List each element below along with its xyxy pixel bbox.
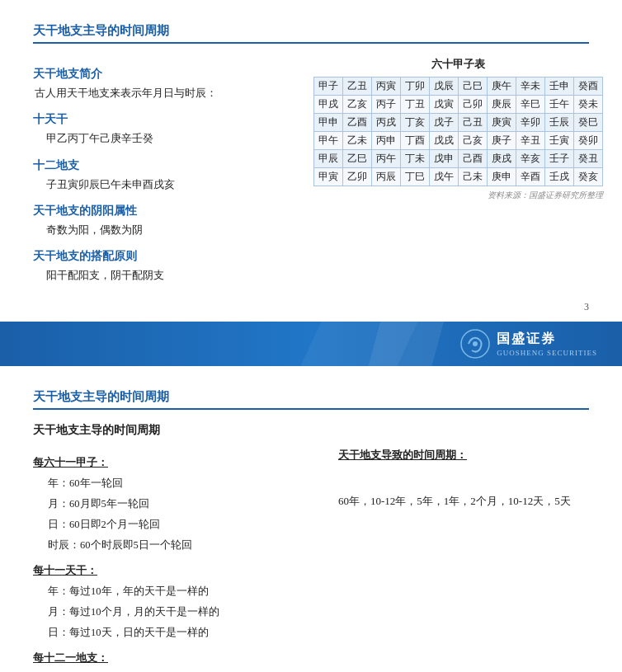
table-cell: 癸未 bbox=[574, 96, 603, 114]
table-cell: 壬子 bbox=[545, 150, 574, 168]
table-cell: 丁酉 bbox=[401, 132, 430, 150]
logo-text-block: 国盛证券 GUOSHENG SECURITIES bbox=[497, 331, 597, 357]
table-cell: 甲午 bbox=[314, 132, 343, 150]
table-cell: 己丑 bbox=[459, 114, 488, 132]
table-row: 甲辰乙巳丙午丁未戊申己酉庚戌辛亥壬子癸丑 bbox=[314, 150, 603, 168]
period-item-title: 每十一天干： bbox=[33, 561, 313, 581]
table-cell: 丁巳 bbox=[401, 168, 430, 186]
table-cell: 庚辰 bbox=[488, 96, 516, 114]
section5-content: 阳干配阳支，阴干配阴支 bbox=[46, 267, 297, 284]
period-item-title: 每十二一地支： bbox=[33, 648, 313, 669]
table-cell: 己亥 bbox=[459, 132, 488, 150]
table-cell: 乙丑 bbox=[343, 78, 372, 96]
period-sub-item: 月：60月即5年一轮回 bbox=[48, 494, 313, 515]
table-cell: 癸丑 bbox=[574, 150, 603, 168]
source-note: 资料来源：国盛证券研究所整理 bbox=[313, 190, 603, 201]
table-cell: 丁未 bbox=[401, 150, 430, 168]
period-sub-item: 年：每过12年，年的地支是一样的 bbox=[48, 669, 313, 672]
table-cell: 戊午 bbox=[430, 168, 459, 186]
table-cell: 己未 bbox=[459, 168, 488, 186]
table-cell: 戊辰 bbox=[430, 78, 459, 96]
page2: 天干地支主导的时间周期 天干地支主导的时间周期 每六十一甲子：年：60年一轮回月… bbox=[0, 366, 622, 672]
svg-point-1 bbox=[473, 341, 478, 346]
table-cell: 戊子 bbox=[430, 114, 459, 132]
table-title: 六十甲子表 bbox=[313, 57, 603, 72]
table-row: 甲子乙丑丙寅丁卯戊辰己巳庚午辛未壬申癸酉 bbox=[314, 78, 603, 96]
table-cell: 丁丑 bbox=[401, 96, 430, 114]
table-cell: 甲申 bbox=[314, 114, 343, 132]
table-cell: 壬辰 bbox=[545, 114, 574, 132]
table-cell: 辛未 bbox=[516, 78, 545, 96]
page1-right-col: 六十甲子表 甲子乙丑丙寅丁卯戊辰己巳庚午辛未壬申癸酉甲戌乙亥丙子丁丑戊寅己卯庚辰… bbox=[313, 57, 603, 284]
table-cell: 戊寅 bbox=[430, 96, 459, 114]
section3-title: 十二地支 bbox=[33, 158, 297, 173]
table-cell: 癸卯 bbox=[574, 132, 603, 150]
page2-right: 天干地支导致的时间周期： 60年，10-12年，5年，1年，2个月，10-12天… bbox=[338, 448, 589, 672]
table-cell: 戊申 bbox=[430, 150, 459, 168]
right-title: 天干地支导致的时间周期： bbox=[338, 448, 589, 463]
table-cell: 辛亥 bbox=[516, 150, 545, 168]
table-cell: 壬申 bbox=[545, 78, 574, 96]
table-cell: 己巳 bbox=[459, 78, 488, 96]
period-sub-item: 日：60日即2个月一轮回 bbox=[48, 515, 313, 535]
table-row: 甲戌乙亥丙子丁丑戊寅己卯庚辰辛巳壬午癸未 bbox=[314, 96, 603, 114]
table-cell: 己卯 bbox=[459, 96, 488, 114]
section3-content: 子丑寅卯辰巳午未申酉戌亥 bbox=[46, 176, 297, 194]
period-sub-item: 月：每过10个月，月的天干是一样的 bbox=[48, 602, 313, 623]
section1-desc: 古人用天干地支来表示年月日与时辰： bbox=[35, 85, 297, 102]
table-cell: 乙酉 bbox=[343, 114, 372, 132]
table-cell: 甲子 bbox=[314, 78, 343, 96]
period-item-title: 每六十一甲子： bbox=[33, 453, 313, 473]
table-cell: 丙申 bbox=[372, 132, 401, 150]
period-sub-item: 时辰：60个时辰即5日一个轮回 bbox=[48, 535, 313, 556]
section5-title: 天干地支的搭配原则 bbox=[33, 249, 297, 264]
table-cell: 庚子 bbox=[488, 132, 516, 150]
period-sub-item: 年：每过10年，年的天干是一样的 bbox=[48, 581, 313, 602]
table-cell: 庚申 bbox=[488, 168, 516, 186]
table-cell: 丙午 bbox=[372, 150, 401, 168]
table-cell: 丁亥 bbox=[401, 114, 430, 132]
section2-title: 十天干 bbox=[33, 112, 297, 127]
page-number: 3 bbox=[584, 301, 589, 313]
table-cell: 癸亥 bbox=[574, 168, 603, 186]
table-cell: 甲戌 bbox=[314, 96, 343, 114]
logo-area: 国盛证券 GUOSHENG SECURITIES bbox=[460, 329, 597, 359]
period-sub-item: 日：每过10天，日的天干是一样的 bbox=[48, 623, 313, 643]
table-cell: 壬午 bbox=[545, 96, 574, 114]
table-cell: 戊戌 bbox=[430, 132, 459, 150]
jiazi-table: 甲子乙丑丙寅丁卯戊辰己巳庚午辛未壬申癸酉甲戌乙亥丙子丁丑戊寅己卯庚辰辛巳壬午癸未… bbox=[313, 77, 603, 186]
table-cell: 庚午 bbox=[488, 78, 516, 96]
page2-left: 每六十一甲子：年：60年一轮回月：60月即5年一轮回日：60日即2个月一轮回时辰… bbox=[33, 448, 313, 672]
table-cell: 庚寅 bbox=[488, 114, 516, 132]
table-cell: 甲辰 bbox=[314, 150, 343, 168]
divider-banner: 国盛证券 GUOSHENG SECURITIES bbox=[0, 322, 622, 366]
table-cell: 丙寅 bbox=[372, 78, 401, 96]
page2-section-title: 天干地支主导的时间周期 bbox=[33, 423, 589, 438]
table-cell: 辛巳 bbox=[516, 96, 545, 114]
page1-left-col: 天干地支简介 古人用天干地支来表示年月日与时辰： 十天干 甲乙丙丁午己庚辛壬癸 … bbox=[33, 57, 297, 284]
table-cell: 辛酉 bbox=[516, 168, 545, 186]
page1-main-title: 天干地支主导的时间周期 bbox=[33, 23, 589, 44]
table-cell: 壬寅 bbox=[545, 132, 574, 150]
page1: 天干地支主导的时间周期 天干地支简介 古人用天干地支来表示年月日与时辰： 十天干… bbox=[0, 0, 622, 322]
table-cell: 乙卯 bbox=[343, 168, 372, 186]
table-cell: 壬戌 bbox=[545, 168, 574, 186]
table-cell: 丁卯 bbox=[401, 78, 430, 96]
period-list: 每六十一甲子：年：60年一轮回月：60月即5年一轮回日：60日即2个月一轮回时辰… bbox=[33, 453, 313, 672]
table-cell: 辛卯 bbox=[516, 114, 545, 132]
table-row: 甲申乙酉丙戌丁亥戊子己丑庚寅辛卯壬辰癸巳 bbox=[314, 114, 603, 132]
logo-en: GUOSHENG SECURITIES bbox=[497, 349, 597, 357]
table-cell: 丙辰 bbox=[372, 168, 401, 186]
table-cell: 庚戌 bbox=[488, 150, 516, 168]
section1-title: 天干地支简介 bbox=[33, 67, 297, 82]
table-cell: 丙子 bbox=[372, 96, 401, 114]
table-row: 甲午乙未丙申丁酉戊戌己亥庚子辛丑壬寅癸卯 bbox=[314, 132, 603, 150]
logo-cn: 国盛证券 bbox=[497, 331, 556, 345]
page2-main-title: 天干地支主导的时间周期 bbox=[33, 389, 589, 410]
table-cell: 乙未 bbox=[343, 132, 372, 150]
logo-icon bbox=[460, 329, 490, 359]
table-cell: 甲寅 bbox=[314, 168, 343, 186]
table-cell: 乙巳 bbox=[343, 150, 372, 168]
table-cell: 丙戌 bbox=[372, 114, 401, 132]
table-cell: 乙亥 bbox=[343, 96, 372, 114]
